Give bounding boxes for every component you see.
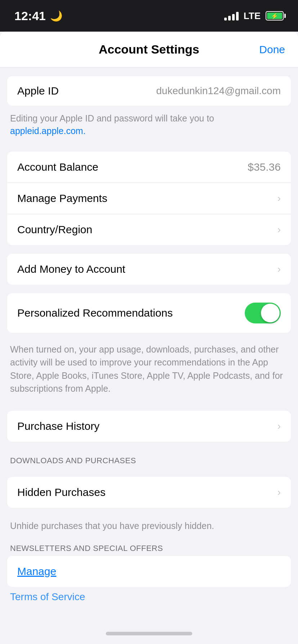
purchase-history-card: Purchase History ›: [7, 411, 291, 442]
add-money-label: Add Money to Account: [17, 263, 125, 275]
bolt-icon: ⚡: [271, 13, 278, 19]
purchase-history-label: Purchase History: [17, 420, 99, 432]
account-balance-value: $35.36: [248, 161, 281, 173]
personalized-rec-card: Personalized Recommendations: [7, 293, 291, 333]
hidden-purchases-chevron-icon: ›: [277, 487, 281, 498]
moon-icon: 🌙: [50, 10, 63, 22]
add-money-row[interactable]: Add Money to Account ›: [7, 254, 291, 285]
hidden-purchases-desc-text: Unhide purchases that you have previousl…: [10, 521, 214, 531]
add-money-card: Add Money to Account ›: [7, 254, 291, 285]
purchase-history-row[interactable]: Purchase History ›: [7, 411, 291, 442]
apple-id-row: Apple ID dukedunkin124@gmail.com: [7, 76, 291, 106]
time-display: 12:41: [14, 9, 46, 23]
hidden-purchases-label: Hidden Purchases: [17, 486, 105, 498]
hidden-purchases-row[interactable]: Hidden Purchases ›: [7, 477, 291, 508]
battery-fill: ⚡: [267, 13, 282, 19]
country-region-label: Country/Region: [17, 224, 92, 236]
account-balance-row: Account Balance $35.36: [7, 152, 291, 183]
personalized-rec-toggle[interactable]: [245, 303, 281, 323]
edit-note-text: Editing your Apple ID and password will …: [10, 113, 214, 123]
done-button[interactable]: Done: [259, 43, 285, 56]
account-balance-label: Account Balance: [17, 161, 98, 173]
rec-description-text: When turned on, your app usage, download…: [10, 344, 283, 394]
hidden-purchases-description: Unhide purchases that you have previousl…: [0, 516, 298, 538]
battery-icon: ⚡: [266, 11, 284, 20]
home-indicator: [106, 632, 192, 635]
rec-description: When turned on, your app usage, download…: [0, 341, 298, 402]
account-card: Account Balance $35.36 Manage Payments ›…: [7, 152, 291, 245]
personalized-rec-row: Personalized Recommendations: [7, 293, 291, 333]
downloads-section-label: DOWNLOADS AND PURCHASES: [0, 450, 298, 468]
purchase-history-chevron-icon: ›: [277, 420, 281, 432]
signal-bar-4: [236, 12, 239, 20]
edit-note: Editing your Apple ID and password will …: [0, 111, 298, 143]
signal-bar-1: [224, 18, 227, 20]
terms-of-service-link[interactable]: Terms of Service: [0, 587, 298, 603]
hidden-purchases-card: Hidden Purchases ›: [7, 477, 291, 508]
signal-bars-icon: [224, 11, 239, 20]
signal-bar-2: [228, 16, 231, 20]
manage-link[interactable]: Manage: [7, 556, 291, 587]
add-money-chevron-icon: ›: [277, 263, 281, 275]
nav-header: Account Settings Done: [0, 32, 298, 68]
country-region-chevron-icon: ›: [277, 224, 281, 235]
manage-payments-chevron-icon: ›: [277, 193, 281, 204]
battery-body: ⚡: [266, 11, 284, 20]
apple-id-card: Apple ID dukedunkin124@gmail.com: [7, 76, 291, 106]
signal-bar-3: [232, 14, 235, 20]
newsletters-section-label: NEWSLETTERS AND SPECIAL OFFERS: [0, 538, 298, 556]
apple-id-label: Apple ID: [17, 85, 59, 97]
apple-id-link[interactable]: appleid.apple.com.: [10, 126, 86, 136]
manage-payments-row[interactable]: Manage Payments ›: [7, 183, 291, 214]
bottom-handle: [0, 626, 298, 638]
status-bar: 12:41 🌙 LTE ⚡: [0, 0, 298, 32]
page-title: Account Settings: [99, 42, 199, 56]
lte-label: LTE: [244, 10, 261, 22]
status-right: LTE ⚡: [224, 10, 284, 22]
toggle-thumb: [261, 304, 280, 322]
apple-id-value: dukedunkin124@gmail.com: [156, 85, 281, 97]
manage-payments-label: Manage Payments: [17, 192, 107, 204]
content-area: Apple ID dukedunkin124@gmail.com Editing…: [0, 76, 298, 603]
personalized-rec-label: Personalized Recommendations: [17, 307, 173, 319]
status-time-container: 12:41 🌙: [14, 9, 63, 23]
country-region-row[interactable]: Country/Region ›: [7, 214, 291, 245]
